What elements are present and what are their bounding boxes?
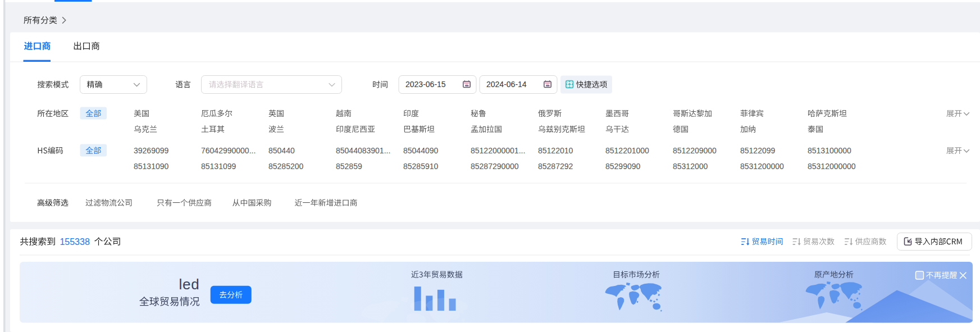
svg-text:76042990000...: 76042990000... (201, 146, 256, 155)
svg-text:led: led (179, 276, 200, 293)
svg-text:85299090: 85299090 (605, 162, 641, 171)
svg-text:85287290000: 85287290000 (471, 162, 519, 171)
svg-text:39269099: 39269099 (134, 146, 169, 155)
svg-text:155338: 155338 (60, 237, 89, 247)
svg-text:85044083901...: 85044083901... (336, 146, 390, 155)
svg-text:85131090: 85131090 (134, 162, 169, 171)
svg-text:85122099: 85122099 (740, 146, 776, 155)
svg-text:85287292: 85287292 (538, 162, 573, 171)
svg-text:8512201000: 8512201000 (605, 146, 649, 155)
svg-text:85131099: 85131099 (201, 162, 236, 171)
svg-text:8512209000: 8512209000 (673, 146, 717, 155)
svg-text:850440: 850440 (268, 146, 295, 155)
svg-text:85312000000: 85312000000 (808, 162, 856, 171)
svg-text:85285200: 85285200 (268, 162, 304, 171)
svg-text:85285910: 85285910 (403, 162, 439, 171)
svg-text:85122000001...: 85122000001... (471, 146, 525, 155)
svg-text:852859: 852859 (336, 162, 362, 171)
svg-text:85312000: 85312000 (673, 162, 708, 171)
svg-text:8513100000: 8513100000 (808, 146, 851, 155)
svg-text:8531200000: 8531200000 (740, 162, 784, 171)
svg-text:85122010: 85122010 (538, 146, 573, 155)
svg-text:2023-06-15: 2023-06-15 (405, 80, 446, 89)
svg-text:85044090: 85044090 (403, 146, 439, 155)
svg-text:2024-06-14: 2024-06-14 (486, 80, 527, 89)
